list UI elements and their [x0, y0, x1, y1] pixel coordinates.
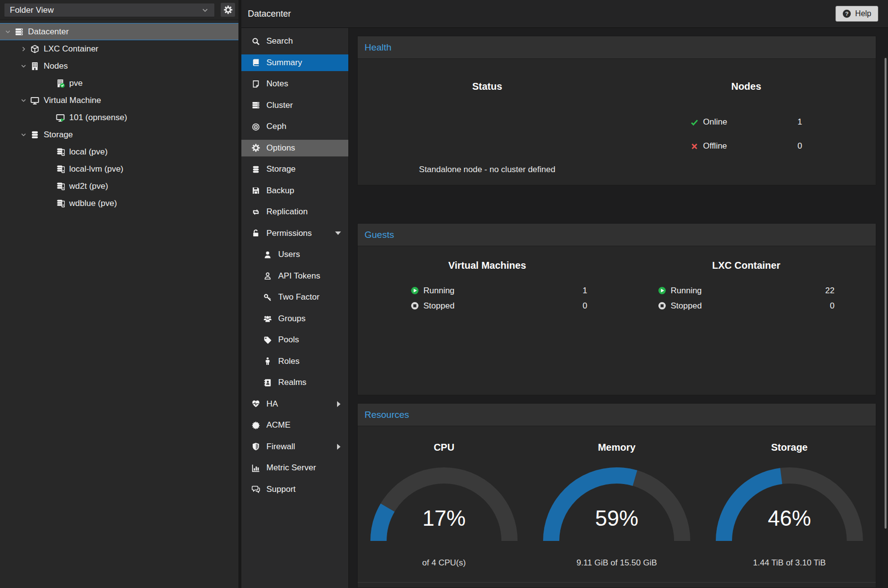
node-online-icon — [56, 79, 65, 88]
menu-item-users[interactable]: Users — [241, 246, 348, 263]
menu-item-label: Options — [266, 143, 295, 153]
tree-expander-storage[interactable] — [21, 131, 30, 138]
tree-settings-button[interactable] — [220, 2, 235, 17]
tree-item-wdblue-pve[interactable]: wdblue (pve) — [0, 195, 238, 212]
vm-running-icon — [56, 113, 65, 122]
resources-panel-header: Resources — [358, 404, 876, 426]
row-value: 1 — [583, 286, 587, 296]
memory-heading: Memory — [530, 442, 703, 453]
chevron-down-icon — [20, 63, 27, 70]
cross-icon — [690, 142, 699, 151]
menu-item-storage[interactable]: Storage — [241, 161, 348, 178]
tree-item-pve[interactable]: pve — [0, 75, 238, 92]
chevron-right-icon — [337, 401, 340, 407]
menu-item-replication[interactable]: Replication — [241, 204, 348, 220]
help-button-label: Help — [855, 9, 871, 18]
gear-icon — [224, 5, 233, 14]
health-panel-header: Health — [358, 36, 876, 59]
tree-expander-datacenter[interactable] — [5, 28, 15, 35]
menu-item-permissions[interactable]: Permissions — [241, 225, 348, 242]
menu-item-metric-server[interactable]: Metric Server — [241, 460, 348, 476]
tree-item-label: Storage — [44, 130, 73, 140]
user-icon — [262, 251, 272, 259]
menu-item-summary[interactable]: Summary — [241, 54, 348, 71]
chevron-down-icon — [20, 97, 27, 104]
content-scrollbar-thumb[interactable] — [885, 58, 887, 529]
tree-item-local-lvm-pve[interactable]: local-lvm (pve) — [0, 160, 238, 178]
menu-item-options[interactable]: Options — [241, 140, 348, 156]
menu-item-label: Users — [278, 250, 300, 259]
menu-item-search[interactable]: Search — [241, 33, 348, 50]
tree-item-storage[interactable]: Storage — [0, 126, 238, 143]
stopped-icon — [658, 302, 666, 310]
tree-item-label: local-lvm (pve) — [69, 164, 124, 174]
menu-item-roles[interactable]: Roles — [241, 353, 348, 370]
menu-item-firewall[interactable]: Firewall — [241, 438, 348, 455]
virtual-machines-heading: Virtual Machines — [358, 260, 617, 271]
cpu-gauge-column: CPU 17%of 4 CPU(s) — [358, 426, 530, 568]
menu-item-label: Permissions — [266, 229, 312, 238]
guests-panel-body: Virtual MachinesRunning1Stopped0LXC Cont… — [358, 246, 876, 313]
bar-chart-icon — [251, 464, 261, 472]
storage-gauge-detail: 1.44 TiB of 3.10 TiB — [703, 558, 876, 568]
floppy-icon — [251, 186, 261, 195]
tree-item-virtual-machine[interactable]: Virtual Machine — [0, 92, 238, 109]
storage-gauge-column: Storage 46%1.44 TiB of 3.10 TiB — [703, 426, 876, 568]
menu-item-acme[interactable]: ACME — [241, 417, 348, 434]
cpu-gauge-detail: of 4 CPU(s) — [358, 558, 530, 568]
menu-item-pools[interactable]: Pools — [241, 332, 348, 348]
menu-item-notes[interactable]: Notes — [241, 76, 348, 92]
storage-gauge: 46% — [716, 466, 863, 551]
chevron-right-icon — [20, 46, 27, 52]
menu-item-ceph[interactable]: Ceph — [241, 118, 348, 135]
storage-gauge-value: 46% — [716, 506, 863, 531]
menu-item-label: Search — [266, 36, 293, 46]
tree-item-101-opnsense[interactable]: 101 (opnsense) — [0, 109, 238, 126]
tree-item-label: pve — [69, 78, 82, 88]
tree-item-datacenter[interactable]: Datacenter — [0, 23, 238, 40]
menu-item-backup[interactable]: Backup — [241, 182, 348, 199]
tree-item-nodes[interactable]: Nodes — [0, 57, 238, 75]
memory-gauge: 59% — [543, 466, 690, 551]
tree-expander-nodes[interactable] — [21, 63, 30, 70]
tree-item-label: LXC Container — [44, 44, 99, 54]
tree-expander-lxc-container[interactable] — [21, 46, 30, 52]
menu-item-cluster[interactable]: Cluster — [241, 97, 348, 114]
row-label: Running — [423, 286, 454, 296]
menu-item-label: Backup — [266, 186, 294, 196]
tree-item-wd2t-pve[interactable]: wd2t (pve) — [0, 178, 238, 195]
nodes-heading: Nodes — [617, 81, 876, 92]
menu-item-label: Firewall — [266, 442, 295, 452]
tree-item-lxc-container[interactable]: LXC Container — [0, 40, 238, 57]
lxc-container-heading: LXC Container — [617, 260, 876, 271]
status-message: Standalone node - no cluster defined — [358, 165, 617, 175]
memory-gauge-column: Memory 59%9.11 GiB of 15.50 GiB — [530, 426, 703, 568]
menu-item-two-factor[interactable]: Two Factor — [241, 289, 348, 306]
content-scrollbar-track[interactable] — [883, 56, 888, 588]
help-button[interactable]: ? Help — [836, 6, 878, 22]
tree-expander-virtual-machine[interactable] — [21, 97, 30, 104]
menu-item-label: Storage — [266, 164, 296, 174]
menu-item-groups[interactable]: Groups — [241, 310, 348, 327]
tree-item-label: Datacenter — [28, 27, 69, 37]
cpu-gauge-value: 17% — [370, 506, 518, 531]
search-icon — [251, 37, 261, 46]
menu-item-label: Support — [266, 485, 296, 494]
menu-item-support[interactable]: Support — [241, 481, 348, 498]
tree-item-local-pve[interactable]: local (pve) — [0, 143, 238, 160]
content-header-bar: Datacenter ? Help — [241, 0, 888, 28]
storage-drive-icon — [56, 165, 65, 174]
chevron-right-icon — [337, 444, 340, 450]
status-heading: Status — [358, 81, 617, 92]
address-book-icon — [262, 379, 272, 387]
view-mode-select[interactable]: Folder View — [4, 3, 215, 17]
database-icon — [30, 130, 39, 139]
menu-item-realms[interactable]: Realms — [241, 374, 348, 391]
menu-item-ha[interactable]: HA — [241, 396, 348, 412]
row-value: 0 — [830, 301, 835, 311]
resource-tree-panel: Folder View DatacenterLXC Container Node… — [0, 0, 238, 588]
storage-drive-icon — [56, 182, 65, 191]
replication-icon — [251, 208, 261, 216]
menu-item-api-tokens[interactable]: API Tokens — [241, 268, 348, 284]
storage-drive-icon — [56, 148, 65, 156]
